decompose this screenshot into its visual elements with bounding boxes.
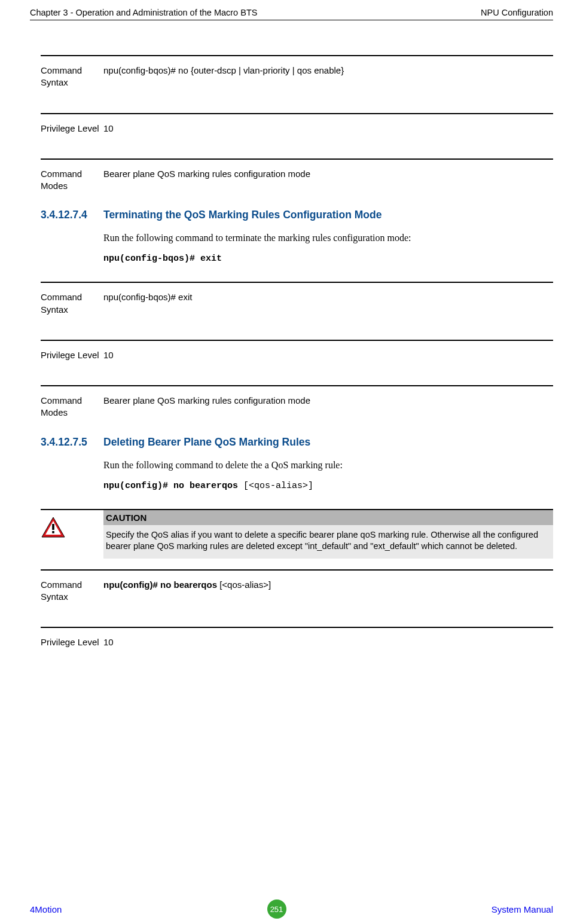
def-command-syntax-3: Command Syntax npu(config)# no bearerqos… — [41, 569, 553, 621]
header-right: NPU Configuration — [481, 8, 553, 17]
section-heading-2: 3.4.12.7.5 Deleting Bearer Plane QoS Mar… — [41, 436, 553, 449]
code-bold: npu(config)# no bearerqos — [103, 481, 243, 491]
page-number: 251 — [270, 905, 283, 914]
def-command-syntax-2: Command Syntax npu(config-bqos)# exit — [41, 282, 553, 334]
caution-icon-cell — [41, 510, 103, 559]
header-left: Chapter 3 - Operation and Administration… — [30, 8, 257, 17]
svg-rect-1 — [52, 531, 54, 533]
def-privilege-level-3: Privilege Level 10 — [41, 627, 553, 666]
svg-rect-0 — [52, 524, 54, 530]
def-label: Command Modes — [41, 395, 103, 419]
def-value: npu(config-bqos)# no {outer-dscp | vlan-… — [103, 65, 553, 89]
def-label: Privilege Level — [41, 636, 103, 648]
def-label: Privilege Level — [41, 123, 103, 135]
page-number-circle: 251 — [267, 899, 286, 919]
def-command-modes-2: Command Modes Bearer plane QoS marking r… — [41, 385, 553, 430]
caution-icon — [41, 516, 66, 539]
def-label: Command Syntax — [41, 65, 103, 89]
def-value-bold: npu(config)# no bearerqos — [103, 580, 219, 590]
def-value: npu(config)# no bearerqos [<qos-alias>] — [103, 579, 553, 603]
caution-title: CAUTION — [103, 510, 553, 525]
section-number: 3.4.12.7.5 — [41, 436, 103, 449]
section-title: Deleting Bearer Plane QoS Marking Rules — [103, 436, 310, 449]
section-heading-1: 3.4.12.7.4 Terminating the QoS Marking R… — [41, 209, 553, 221]
caution-block: CAUTION Specify the QoS alias if you wan… — [41, 509, 553, 559]
def-value: npu(config-bqos)# exit — [103, 291, 553, 316]
code-line: npu(config-bqos)# exit — [103, 254, 553, 264]
section-number: 3.4.12.7.4 — [41, 209, 103, 221]
def-command-modes-1: Command Modes Bearer plane QoS marking r… — [41, 158, 553, 203]
def-privilege-level-2: Privilege Level 10 — [41, 340, 553, 379]
page-header: Chapter 3 - Operation and Administration… — [30, 8, 553, 20]
section-title: Terminating the QoS Marking Rules Config… — [103, 209, 381, 221]
def-label: Privilege Level — [41, 349, 103, 361]
footer-center: 251 — [267, 899, 286, 919]
def-label: Command Syntax — [41, 291, 103, 316]
def-label: Command Modes — [41, 168, 103, 193]
page-footer: 4Motion 251 System Manual — [0, 894, 583, 924]
def-value: 10 — [103, 123, 553, 135]
caution-content: CAUTION Specify the QoS alias if you wan… — [103, 510, 553, 559]
def-label: Command Syntax — [41, 579, 103, 603]
footer-right: System Manual — [492, 904, 553, 914]
def-value: Bearer plane QoS marking rules configura… — [103, 395, 553, 419]
def-value-plain: [<qos-alias>] — [219, 580, 271, 590]
body-text: Run the following command to delete the … — [103, 458, 553, 472]
caution-body: Specify the QoS alias if you want to del… — [103, 525, 553, 559]
def-value: Bearer plane QoS marking rules configura… — [103, 168, 553, 193]
code-arg: [<qos-alias>] — [243, 481, 313, 491]
def-command-syntax-1: Command Syntax npu(config-bqos)# no {out… — [41, 55, 553, 107]
body-text: Run the following command to terminate t… — [103, 231, 553, 245]
def-value: 10 — [103, 636, 553, 648]
def-privilege-level-1: Privilege Level 10 — [41, 113, 553, 153]
def-value: 10 — [103, 349, 553, 361]
footer-left: 4Motion — [30, 904, 62, 914]
code-line: npu(config)# no bearerqos [<qos-alias>] — [103, 481, 553, 491]
